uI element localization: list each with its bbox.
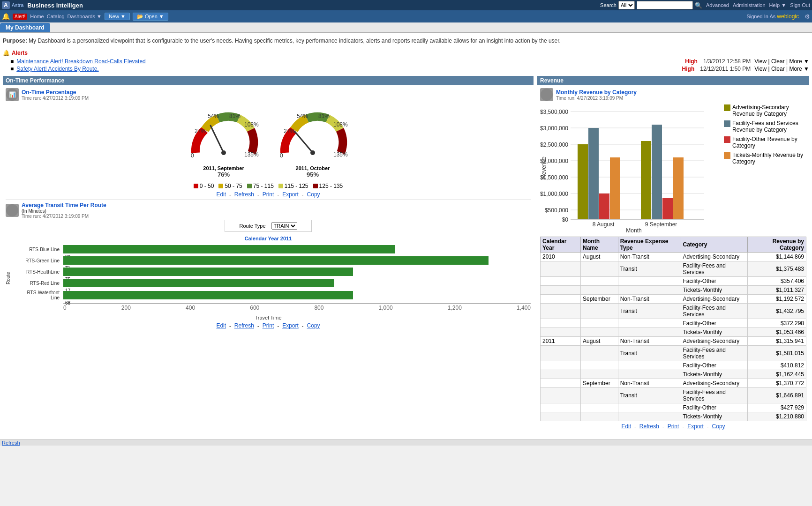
hbar-value-waterfront: 68 [65, 300, 70, 305]
avg-transit-export-link[interactable]: Export [282, 322, 299, 329]
revenue-copy-link[interactable]: Copy [712, 423, 725, 430]
search-scope-select[interactable]: All [618, 1, 635, 9]
svg-text:Month: Month [626, 227, 641, 233]
cell-category: Facility-Other [681, 277, 747, 286]
cell-expense [618, 403, 681, 412]
cell-category: Facility-Fees and Services [681, 261, 747, 277]
alert-more-1[interactable]: More ▼ [789, 58, 809, 65]
table-row: Transit Facility-Fees and Services $1,37… [541, 261, 806, 277]
cell-value: $1,432,795 [747, 304, 806, 319]
gauge-1-year: 2011, September [186, 165, 261, 171]
alert-clear-1[interactable]: Clear [771, 58, 785, 65]
revenue-print-link[interactable]: Print [668, 423, 679, 430]
hbar-label-blue: RTS-Blue Line [13, 247, 60, 252]
administration-link[interactable]: Administration [733, 2, 766, 8]
cell-month [580, 370, 618, 379]
legend-label-advertising: Advertising-Secondary Revenue by Categor… [732, 104, 804, 117]
logo-text: Astra [12, 2, 24, 8]
advanced-link[interactable]: Advanced [706, 2, 729, 8]
cell-month [580, 304, 618, 319]
on-time-copy-link[interactable]: Copy [307, 191, 320, 198]
alert-view-1[interactable]: View [754, 58, 767, 65]
home-link[interactable]: Home [30, 14, 44, 19]
cell-expense: Transit [618, 304, 681, 319]
alert-icon: 🔔 [3, 50, 10, 56]
new-button[interactable]: New ▼ [105, 13, 130, 20]
hbar-bar-area-health: 75 [63, 268, 531, 276]
hbar-bar-waterfront [63, 291, 353, 299]
avg-transit-print-link[interactable]: Print [263, 322, 274, 329]
purpose-line: Purpose: My Dashboard is a personalized … [3, 36, 809, 46]
cell-category: Facility-Fees and Services [681, 388, 747, 403]
search-input[interactable] [637, 1, 693, 9]
avg-transit-edit-link[interactable]: Edit [216, 322, 226, 329]
col-header-revenue: Revenue by Category [747, 237, 806, 253]
legend-label-75-115: 75 - 115 [253, 183, 274, 189]
search-label: Search [600, 2, 617, 8]
revenue-export-link[interactable]: Export [687, 423, 704, 430]
revenue-refresh-link[interactable]: Refresh [639, 423, 659, 430]
cell-value: $1,315,941 [747, 337, 806, 346]
on-time-edit-link[interactable]: Edit [216, 191, 226, 198]
on-time-actions: Edit - Refresh - Print - Export - Copy [6, 191, 531, 198]
gauge-svg-2: 0 27% 54% 81% 108% 135% [275, 106, 350, 162]
search-icon[interactable]: 🔍 [695, 2, 702, 9]
catalog-link[interactable]: Catalog [47, 14, 65, 19]
cell-category: Tickets-Monthly [681, 328, 747, 337]
svg-text:54%: 54% [297, 113, 308, 119]
on-time-refresh-link[interactable]: Refresh [234, 191, 254, 198]
table-row: Tickets-Monthly $1,011,327 [541, 286, 806, 295]
table-row: 2011 August Non-Transit Advertising-Seco… [541, 337, 806, 346]
cell-expense [618, 277, 681, 286]
cell-year [541, 370, 581, 379]
legend-color-tickets [724, 152, 730, 159]
on-time-print-link[interactable]: Print [263, 191, 274, 198]
revenue-report-title[interactable]: Monthly Revenue by Category [556, 89, 637, 96]
my-dashboard-tab[interactable]: My Dashboard [0, 23, 50, 32]
gauge-october: 0 27% 54% 81% 108% 135% 2011, October 95… [275, 106, 350, 178]
on-time-report-title[interactable]: On-Time Percentage [22, 89, 89, 96]
cell-month: August [580, 337, 618, 346]
dashboards-link[interactable]: Dashboards ▼ [68, 14, 102, 19]
hbar-bar-health [63, 268, 353, 276]
col-header-year: Calendar Year [541, 237, 581, 253]
sign-out-link[interactable]: Sign Out [790, 2, 810, 8]
bar-sep-facility-other [662, 198, 673, 219]
hbar-row-red: RTS-Red Line 17 [13, 279, 531, 287]
legend-color-75-115 [247, 184, 252, 188]
alert-more-2[interactable]: More ▼ [789, 66, 809, 72]
refresh-link-bottom[interactable]: Refresh [2, 440, 20, 446]
legend-115-125: 115 - 125 [278, 183, 308, 189]
cell-value: $1,370,772 [747, 379, 806, 388]
revenue-report-icon [540, 88, 553, 101]
gauge-svg-1: 0 27% 54% 81% 108% 135% [186, 106, 261, 162]
hbar-row-waterfront: RTS-WaterfrontLine 68 [13, 290, 531, 300]
col-header-expense-type: Revenue Expense Type [618, 237, 681, 253]
alert-name-1[interactable]: Maintenance Alert! Breakdown Road-Calls … [16, 58, 679, 65]
avg-transit-refresh-link[interactable]: Refresh [234, 322, 254, 329]
svg-text:108%: 108% [333, 121, 348, 128]
on-time-report-title-bar: 📊 On-Time Percentage Time run: 4/27/2012… [6, 88, 531, 101]
cell-month: September [580, 379, 618, 388]
alert-view-2[interactable]: View [754, 66, 767, 72]
svg-text:0: 0 [191, 152, 194, 159]
open-button[interactable]: 📂 Open ▼ [133, 13, 168, 21]
avg-transit-copy-link[interactable]: Copy [307, 322, 320, 329]
alert-name-2[interactable]: Safety Alert! Accidents By Route. [16, 66, 676, 72]
hbar-row-health: RTS-HealthLine 75 [13, 268, 531, 276]
svg-text:Revenue: Revenue [541, 156, 547, 179]
svg-text:$500,000: $500,000 [545, 207, 568, 214]
avg-transit-title[interactable]: Average Transit Time Per Route [22, 202, 106, 208]
on-time-export-link[interactable]: Export [282, 191, 299, 198]
signed-in-label: Signed In As weblogic [746, 13, 799, 20]
alert-clear-2[interactable]: Clear [771, 66, 785, 72]
help-link[interactable]: Help ▼ [769, 2, 787, 8]
legend-50-75: 50 - 75 [218, 183, 242, 189]
cell-year: 2010 [541, 253, 581, 261]
settings-icon[interactable]: ⚙ [804, 13, 810, 20]
cell-value: $1,210,880 [747, 412, 806, 421]
route-type-select[interactable]: TRAIN [271, 222, 297, 230]
revenue-edit-link[interactable]: Edit [621, 423, 631, 430]
cell-expense: Transit [618, 346, 681, 361]
cell-year [541, 388, 581, 403]
